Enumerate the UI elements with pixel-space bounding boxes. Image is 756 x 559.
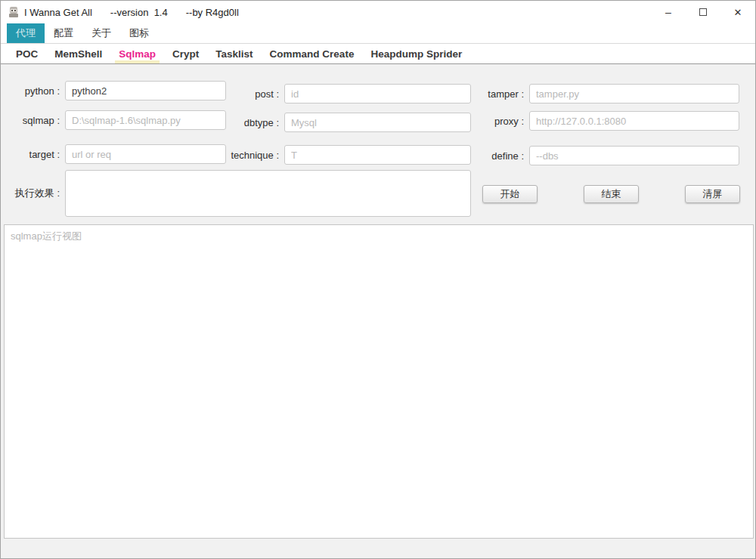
window-title-author: --by R4gd0ll [186,7,239,18]
post-input[interactable] [284,84,471,103]
tamper-input[interactable] [529,84,739,103]
python-input[interactable] [65,81,226,100]
close-icon: ✕ [734,7,742,18]
define-label: define : [479,150,524,162]
tab-heapdump-sprider[interactable]: Heapdump Sprider [362,44,470,63]
define-input[interactable] [529,146,739,165]
target-input[interactable] [65,144,226,164]
minimize-icon: – [665,8,671,16]
dbtype-input[interactable] [284,113,471,132]
post-label: post : [228,88,279,100]
target-label: target : [8,149,60,160]
window-controls: – ✕ [651,1,755,23]
menu-item-proxy[interactable]: 代理 [7,23,45,43]
stop-button[interactable]: 结束 [584,185,639,203]
python-label: python : [8,85,60,97]
tamper-label: tamper : [479,88,524,100]
dbtype-label: dbtype : [228,117,279,128]
title-bar: I Wanna Get All --version 1.4 --by R4gd0… [1,1,755,23]
tab-command-create[interactable]: Command Create [262,44,363,63]
minimize-button[interactable]: – [651,1,686,23]
maximize-button[interactable] [686,1,720,23]
sqlmap-input[interactable] [65,110,226,130]
result-output-area[interactable] [65,170,471,217]
result-label: 执行效果 : [8,170,60,217]
menu-item-about[interactable]: 关于 [82,23,120,43]
tab-memshell[interactable]: MemShell [46,44,110,63]
close-button[interactable]: ✕ [720,1,755,23]
proxy-label: proxy : [479,116,524,127]
technique-input[interactable] [284,145,471,165]
technique-label: technique : [228,150,279,161]
sqlmap-panel: python : post : tamper : sqlmap : dbtype… [1,64,755,558]
start-button[interactable]: 开始 [482,185,538,203]
tab-poc[interactable]: POC [8,44,46,63]
tab-sqlmap[interactable]: Sqlmap [110,44,164,63]
app-icon [8,6,20,18]
tab-crypt[interactable]: Crypt [164,44,207,63]
menu-bar: 代理 配置 关于 图标 [1,23,755,44]
window-title-app: I Wanna Get All [24,7,92,18]
tab-bar: POC MemShell Sqlmap Crypt Tasklist Comma… [1,44,755,64]
menu-item-config[interactable]: 配置 [45,23,82,43]
sqlmap-output-area[interactable] [4,224,754,539]
maximize-icon [699,8,707,16]
clear-button[interactable]: 清屏 [685,185,740,203]
proxy-input[interactable] [529,111,739,131]
sqlmap-label: sqlmap : [8,115,60,126]
app-window: I Wanna Get All --version 1.4 --by R4gd0… [0,0,756,559]
menu-item-icon[interactable]: 图标 [120,23,158,43]
window-title: I Wanna Get All --version 1.4 --by R4gd0… [24,7,257,18]
window-title-version: --version 1.4 [110,7,168,18]
tab-tasklist[interactable]: Tasklist [207,44,261,63]
